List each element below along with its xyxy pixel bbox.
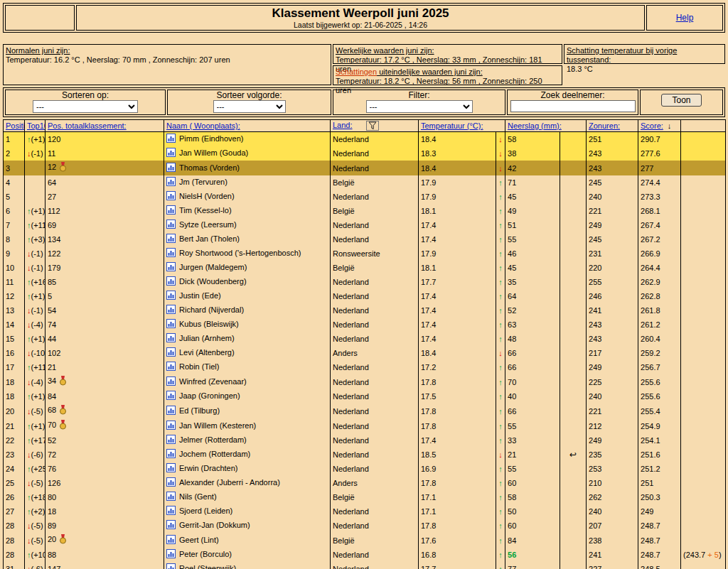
totaal-positie: 122 <box>48 249 60 258</box>
sort-zonuren-link[interactable]: Zonuren: <box>589 121 620 130</box>
normalen-label: Normalen juni zijn: <box>6 46 70 55</box>
cell-land: België <box>331 175 419 190</box>
cell-score: 273.3 <box>638 190 681 204</box>
temp-trend-icon: ↓ <box>498 135 503 143</box>
stats-icon[interactable] <box>166 406 176 418</box>
temp-trend-icon: ↓ <box>498 450 503 459</box>
cell-naam: Dick (Woudenberg) <box>164 275 331 289</box>
stats-icon[interactable] <box>166 276 176 289</box>
stats-icon[interactable] <box>166 177 176 190</box>
cell-neerslag: 49 <box>505 204 560 218</box>
temp-trend-cell: ↑ <box>496 246 505 261</box>
help-link[interactable]: Help <box>676 13 694 23</box>
cell-naam: NielsH (Vorden) <box>164 190 331 204</box>
stats-icon[interactable] <box>166 248 176 261</box>
normalen-value: Temperatuur: 16.2 °C , Neerslag: 70 mm ,… <box>6 55 328 65</box>
table-row: 6 ↑(+1) 112 Tim (Kessel-lo) België 18.1 … <box>4 204 726 218</box>
stats-icon[interactable] <box>166 463 176 476</box>
stats-icon[interactable] <box>166 319 176 332</box>
cell-naam: Jan Willem (Gouda) <box>164 146 331 161</box>
cell-temperatuur: 17.1 <box>419 504 496 519</box>
stats-icon[interactable] <box>166 492 176 504</box>
cell-note <box>681 476 726 490</box>
cell-temperatuur: 17.4 <box>419 433 496 448</box>
search-input[interactable] <box>510 100 636 112</box>
temp-trend-cell: ↑ <box>496 490 505 504</box>
totaal-positie: 27 <box>48 193 56 201</box>
rain-flag-cell <box>560 374 587 389</box>
cell-zonuren: 262 <box>587 490 638 504</box>
neerslag-value: 84 <box>508 536 516 545</box>
stats-icon[interactable] <box>166 205 176 218</box>
rain-flag-cell <box>560 132 587 147</box>
temp-trend-cell: ↑ <box>496 232 505 246</box>
stats-icon[interactable] <box>166 234 176 246</box>
stats-icon[interactable] <box>166 421 176 433</box>
cell-zonuren: 249 <box>587 360 638 374</box>
temp-trend-icon: ↓ <box>498 164 503 173</box>
cell-land: Nederland <box>331 289 419 303</box>
sort-totaal-link[interactable]: Pos. totaalklassement: <box>48 121 127 130</box>
cell-note <box>681 232 726 246</box>
cell-land: Nederland <box>331 161 419 175</box>
stats-icon[interactable] <box>166 506 176 519</box>
show-button[interactable]: Toon <box>661 94 701 107</box>
sort-score-link[interactable]: Score: <box>641 121 663 130</box>
order-select[interactable]: --- <box>213 100 286 113</box>
stats-icon[interactable] <box>166 305 176 318</box>
rain-flag-cell <box>560 318 587 332</box>
col-note <box>681 120 726 132</box>
stats-icon[interactable] <box>166 347 176 360</box>
table-row: 9 ↓(-1) 122 Roy Shortwood ('s-Hertogenbo… <box>4 246 726 261</box>
cell-zonuren: 212 <box>587 418 638 433</box>
sort-naam-link[interactable]: Naam ( Woonplaats): <box>166 121 240 130</box>
previous-standing-column: Schatting temperatuur bij vorige tussens… <box>564 44 725 64</box>
cell-score: 250.3 <box>638 490 681 504</box>
stats-icon[interactable] <box>166 191 176 204</box>
stats-icon[interactable] <box>166 220 176 232</box>
funnel-icon[interactable] <box>366 121 379 131</box>
cell-score: 264.4 <box>638 261 681 275</box>
sort-land-link[interactable]: Land: <box>333 121 353 129</box>
stats-icon[interactable] <box>166 535 176 548</box>
stats-icon[interactable] <box>166 362 176 374</box>
sort-positie-link[interactable]: Positie: <box>6 121 25 130</box>
cell-temperatuur: 18.4 <box>419 161 496 175</box>
stats-icon[interactable] <box>166 449 176 462</box>
cell-score: 251 <box>638 476 681 490</box>
stats-icon[interactable] <box>166 376 176 389</box>
totaal-positie: 112 <box>48 207 60 215</box>
filter-select[interactable]: --- <box>366 100 473 113</box>
stats-icon[interactable] <box>166 549 176 562</box>
cell-top10: ↓(-1) <box>25 261 46 275</box>
neerslag-value: 64 <box>508 292 516 300</box>
stats-icon[interactable] <box>166 333 176 346</box>
stats-icon[interactable] <box>166 520 176 533</box>
sort-select[interactable]: --- <box>33 100 138 113</box>
cell-naam: Kubus (Bleiswijk) <box>164 318 331 332</box>
stats-icon[interactable] <box>166 291 176 303</box>
totaal-positie: 76 <box>48 465 56 473</box>
schattingen-label-rest: uiteindelijke waarden juni zijn: <box>377 67 483 76</box>
participant-name: Peter (Borculo) <box>179 550 232 558</box>
cell-top10: ↑(+18) <box>25 490 46 504</box>
stats-icon[interactable] <box>166 134 176 146</box>
stats-icon[interactable] <box>166 391 176 403</box>
cell-note <box>681 403 726 418</box>
sort-neerslag-link[interactable]: Neerslag (mm): <box>508 121 562 130</box>
stats-icon[interactable] <box>166 563 176 569</box>
sort-direction-icon: ↓ <box>668 121 672 130</box>
stats-icon[interactable] <box>166 477 176 490</box>
stats-icon[interactable] <box>166 262 176 275</box>
stats-icon[interactable] <box>166 148 176 161</box>
sort-temperatuur-link[interactable]: Temperatuur (°C): <box>421 121 483 130</box>
sort-top10-link[interactable]: Top10 <box>27 121 46 130</box>
cell-temperatuur: 17.8 <box>419 374 496 389</box>
medal-icon <box>59 405 67 418</box>
cell-positie: 1 <box>4 132 25 147</box>
move-delta: (+17) <box>31 436 46 445</box>
stats-icon[interactable] <box>166 435 176 448</box>
participant-name: Gerrit-Jan (Dokkum) <box>179 521 250 529</box>
stats-icon[interactable] <box>166 163 176 175</box>
cell-score: 262.8 <box>638 289 681 303</box>
